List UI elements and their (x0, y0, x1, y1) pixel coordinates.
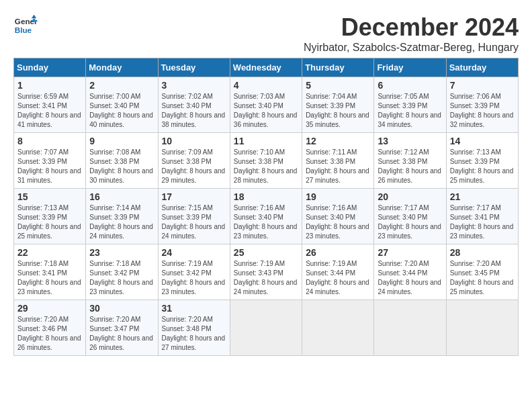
day-info: Sunrise: 7:04 AMSunset: 3:39 PMDaylight:… (306, 93, 369, 128)
day-info: Sunrise: 7:16 AMSunset: 3:40 PMDaylight:… (306, 204, 369, 240)
calendar-cell: 7Sunrise: 7:06 AMSunset: 3:39 PMDaylight… (446, 77, 518, 133)
day-number: 6 (378, 80, 442, 91)
calendar-cell (374, 300, 446, 356)
calendar-cell: 5Sunrise: 7:04 AMSunset: 3:39 PMDaylight… (302, 77, 374, 133)
calendar-week-0: 1Sunrise: 6:59 AMSunset: 3:41 PMDaylight… (14, 77, 519, 133)
calendar-cell: 17Sunrise: 7:15 AMSunset: 3:39 PMDayligh… (158, 189, 230, 244)
day-info: Sunrise: 7:13 AMSunset: 3:39 PMDaylight:… (17, 204, 81, 240)
day-info: Sunrise: 7:19 AMSunset: 3:43 PMDaylight:… (234, 260, 298, 295)
day-info: Sunrise: 7:12 AMSunset: 3:38 PMDaylight:… (378, 148, 441, 184)
day-number: 17 (162, 191, 226, 202)
day-info: Sunrise: 7:16 AMSunset: 3:40 PMDaylight:… (234, 204, 298, 240)
calendar-cell: 26Sunrise: 7:19 AMSunset: 3:44 PMDayligh… (302, 244, 374, 300)
day-info: Sunrise: 6:59 AMSunset: 3:41 PMDaylight:… (17, 93, 81, 128)
day-number: 23 (89, 247, 154, 258)
weekday-header-saturday: Saturday (446, 58, 518, 77)
day-number: 10 (162, 136, 226, 146)
calendar-cell: 21Sunrise: 7:17 AMSunset: 3:41 PMDayligh… (446, 189, 518, 244)
day-number: 4 (234, 80, 298, 91)
calendar-cell: 18Sunrise: 7:16 AMSunset: 3:40 PMDayligh… (230, 189, 302, 244)
page-header: General Blue December 2024 Nyirbator, Sz… (13, 13, 519, 54)
calendar-cell: 8Sunrise: 7:07 AMSunset: 3:39 PMDaylight… (14, 133, 86, 189)
logo: General Blue (13, 13, 38, 38)
day-number: 22 (17, 247, 82, 258)
day-info: Sunrise: 7:06 AMSunset: 3:39 PMDaylight:… (450, 93, 514, 128)
day-info: Sunrise: 7:13 AMSunset: 3:39 PMDaylight:… (450, 148, 514, 184)
day-info: Sunrise: 7:08 AMSunset: 3:38 PMDaylight:… (89, 148, 153, 184)
calendar-cell: 31Sunrise: 7:20 AMSunset: 3:48 PMDayligh… (158, 300, 230, 356)
day-info: Sunrise: 7:15 AMSunset: 3:39 PMDaylight:… (162, 204, 226, 240)
weekday-header-sunday: Sunday (14, 58, 86, 77)
day-number: 30 (89, 303, 154, 314)
calendar-week-1: 8Sunrise: 7:07 AMSunset: 3:39 PMDaylight… (14, 133, 519, 189)
calendar-table: SundayMondayTuesdayWednesdayThursdayFrid… (13, 58, 519, 356)
day-info: Sunrise: 7:20 AMSunset: 3:47 PMDaylight:… (89, 316, 153, 351)
calendar-cell (230, 300, 302, 356)
logo-icon: General Blue (13, 13, 38, 38)
day-info: Sunrise: 7:03 AMSunset: 3:40 PMDaylight:… (234, 93, 298, 128)
day-number: 5 (306, 80, 370, 91)
calendar-cell: 27Sunrise: 7:20 AMSunset: 3:44 PMDayligh… (374, 244, 446, 300)
day-number: 2 (89, 80, 154, 91)
day-number: 15 (17, 191, 82, 202)
weekday-header-monday: Monday (86, 58, 158, 77)
day-info: Sunrise: 7:18 AMSunset: 3:41 PMDaylight:… (17, 260, 81, 295)
day-info: Sunrise: 7:17 AMSunset: 3:41 PMDaylight:… (450, 204, 514, 240)
day-number: 14 (450, 136, 515, 146)
day-number: 1 (17, 80, 82, 91)
calendar-cell: 9Sunrise: 7:08 AMSunset: 3:38 PMDaylight… (86, 133, 158, 189)
day-info: Sunrise: 7:20 AMSunset: 3:46 PMDaylight:… (17, 316, 81, 351)
calendar-cell: 28Sunrise: 7:20 AMSunset: 3:45 PMDayligh… (446, 244, 518, 300)
day-number: 25 (234, 247, 298, 258)
day-info: Sunrise: 7:20 AMSunset: 3:45 PMDaylight:… (450, 260, 514, 295)
calendar-week-4: 29Sunrise: 7:20 AMSunset: 3:46 PMDayligh… (14, 300, 519, 356)
calendar-subtitle: Nyirbator, Szabolcs-Szatmar-Bereg, Hunga… (304, 42, 519, 54)
day-info: Sunrise: 7:19 AMSunset: 3:44 PMDaylight:… (306, 260, 369, 295)
day-info: Sunrise: 7:02 AMSunset: 3:40 PMDaylight:… (162, 93, 226, 128)
day-info: Sunrise: 7:20 AMSunset: 3:44 PMDaylight:… (378, 260, 441, 295)
calendar-cell: 25Sunrise: 7:19 AMSunset: 3:43 PMDayligh… (230, 244, 302, 300)
day-number: 11 (234, 136, 298, 146)
day-number: 18 (234, 191, 298, 202)
calendar-cell: 2Sunrise: 7:00 AMSunset: 3:40 PMDaylight… (86, 77, 158, 133)
calendar-cell: 30Sunrise: 7:20 AMSunset: 3:47 PMDayligh… (86, 300, 158, 356)
day-number: 7 (450, 80, 515, 91)
day-number: 8 (17, 136, 82, 146)
day-number: 16 (89, 191, 154, 202)
calendar-cell: 11Sunrise: 7:10 AMSunset: 3:38 PMDayligh… (230, 133, 302, 189)
weekday-header-thursday: Thursday (302, 58, 374, 77)
calendar-cell: 10Sunrise: 7:09 AMSunset: 3:38 PMDayligh… (158, 133, 230, 189)
day-info: Sunrise: 7:07 AMSunset: 3:39 PMDaylight:… (17, 148, 81, 184)
day-number: 20 (378, 191, 442, 202)
calendar-cell: 13Sunrise: 7:12 AMSunset: 3:38 PMDayligh… (374, 133, 446, 189)
day-info: Sunrise: 7:11 AMSunset: 3:38 PMDaylight:… (306, 148, 369, 184)
calendar-cell: 12Sunrise: 7:11 AMSunset: 3:38 PMDayligh… (302, 133, 374, 189)
day-number: 19 (306, 191, 370, 202)
weekday-header-friday: Friday (374, 58, 446, 77)
calendar-cell: 1Sunrise: 6:59 AMSunset: 3:41 PMDaylight… (14, 77, 86, 133)
day-info: Sunrise: 7:05 AMSunset: 3:39 PMDaylight:… (378, 93, 441, 128)
calendar-cell: 3Sunrise: 7:02 AMSunset: 3:40 PMDaylight… (158, 77, 230, 133)
calendar-cell: 4Sunrise: 7:03 AMSunset: 3:40 PMDaylight… (230, 77, 302, 133)
day-number: 27 (378, 247, 442, 258)
day-number: 26 (306, 247, 370, 258)
calendar-cell (302, 300, 374, 356)
day-info: Sunrise: 7:18 AMSunset: 3:42 PMDaylight:… (89, 260, 153, 295)
calendar-cell: 20Sunrise: 7:17 AMSunset: 3:40 PMDayligh… (374, 189, 446, 244)
weekday-header-wednesday: Wednesday (230, 58, 302, 77)
day-info: Sunrise: 7:14 AMSunset: 3:39 PMDaylight:… (89, 204, 153, 240)
calendar-title: December 2024 (304, 13, 519, 42)
calendar-cell: 29Sunrise: 7:20 AMSunset: 3:46 PMDayligh… (14, 300, 86, 356)
svg-text:Blue: Blue (15, 26, 32, 34)
day-number: 9 (89, 136, 154, 146)
day-number: 29 (17, 303, 82, 314)
day-info: Sunrise: 7:19 AMSunset: 3:42 PMDaylight:… (162, 260, 226, 295)
day-number: 3 (162, 80, 226, 91)
calendar-cell: 23Sunrise: 7:18 AMSunset: 3:42 PMDayligh… (86, 244, 158, 300)
day-number: 13 (378, 136, 442, 146)
day-info: Sunrise: 7:09 AMSunset: 3:38 PMDaylight:… (162, 148, 226, 184)
day-info: Sunrise: 7:00 AMSunset: 3:40 PMDaylight:… (89, 93, 153, 128)
weekday-header-tuesday: Tuesday (158, 58, 230, 77)
day-info: Sunrise: 7:17 AMSunset: 3:40 PMDaylight:… (378, 204, 441, 240)
title-block: December 2024 Nyirbator, Szabolcs-Szatma… (304, 13, 519, 54)
